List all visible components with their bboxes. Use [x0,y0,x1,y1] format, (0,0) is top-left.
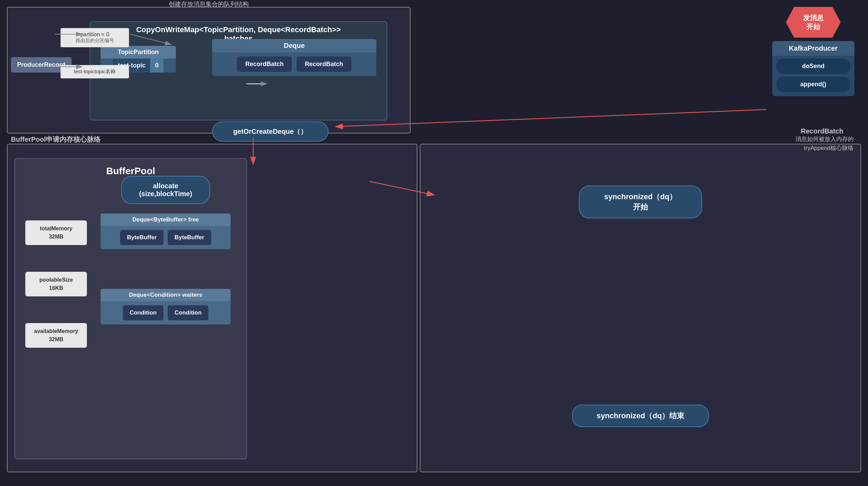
bufferpool-section: BufferPool申请内存核心脉络 BufferPool allocate(s… [7,144,417,472]
recordbatch-label: RecordBatch [801,127,843,135]
condition-container: Deque<Condition> waiters Condition Condi… [101,289,231,324]
byte-buffer-header: Deque<ByteBuffer> free [101,214,231,226]
record-accumulator-sublabel: 创建存放消息集合的队列结构 [169,1,249,8]
kafka-producer-section: 发消息 开始 KafkaProducer doSend append() [765,7,861,96]
recordbatch-sublabel2: tryAppend核心脉络 [804,145,854,151]
start-hexagon: 发消息 开始 [786,7,841,38]
memory-box-available: availableMemory 32MB [25,323,87,348]
cowmap-container: CopyOnWriteMap<TopicPartition, Deque<Rec… [90,21,387,120]
partition-line2: 路由后的分区编号 [65,38,125,44]
diagram-container: RecordAccumulator 创建存放消息集合的队列结构 CopyOnWr… [0,0,868,486]
byte-buffer-2: ByteBuffer [168,230,211,245]
record-batch-1: RecordBatch [237,56,292,72]
recordbatch-section: RecordBatch 消息如何被放入内存的 tryAppend核心脉络 syn… [420,144,861,472]
sync-start-btn[interactable]: synchronized（dq）开始 [579,186,702,218]
condition-1: Condition [123,305,164,320]
recordbatch-sublabel1: 消息如何被放入内存的 [795,136,854,142]
condition-header: Deque<Condition> waiters [101,289,231,301]
topic-partition-header: TopicPartition [101,46,176,59]
sync-end-btn[interactable]: synchronized（dq）结束 [572,405,709,427]
topic-num: 0 [150,59,163,73]
byte-buffer-1: ByteBuffer [120,230,164,245]
bufferpool-inner: BufferPool allocate(size,blockTime) tota… [14,158,247,459]
top-section: RecordAccumulator 创建存放消息集合的队列结构 CopyOnWr… [7,7,411,133]
partition-line1: partition = 0 [65,31,125,38]
memory-box-total: totalMemory 32MB [25,220,87,245]
condition-2: Condition [168,305,208,320]
kafka-producer-box: KafkaProducer doSend append() [772,41,854,96]
record-batch-2: RecordBatch [297,56,351,72]
memory-box-poolable: poolableSize 16KB [25,272,87,296]
dosend-btn[interactable]: doSend [776,59,850,74]
kafka-producer-title: KafkaProducer [772,41,854,56]
partition-info: partition = 0 路由后的分区编号 [61,28,129,47]
deque-header: Deque [212,39,376,52]
byte-buffer-container: Deque<ByteBuffer> free ByteBuffer ByteBu… [101,214,231,249]
bufferpool-label: BufferPool申请内存核心脉络 [11,136,101,143]
append-btn[interactable]: append() [776,77,850,92]
get-or-create-btn[interactable]: getOrCreateDeque（） [212,122,328,142]
allocate-btn[interactable]: allocate(size,blockTime) [121,176,210,204]
deque-container: Deque RecordBatch RecordBatch [212,39,376,76]
topic-info: test-topictopic名称 [61,65,129,78]
topic-info-text: test-topictopic名称 [65,68,125,75]
